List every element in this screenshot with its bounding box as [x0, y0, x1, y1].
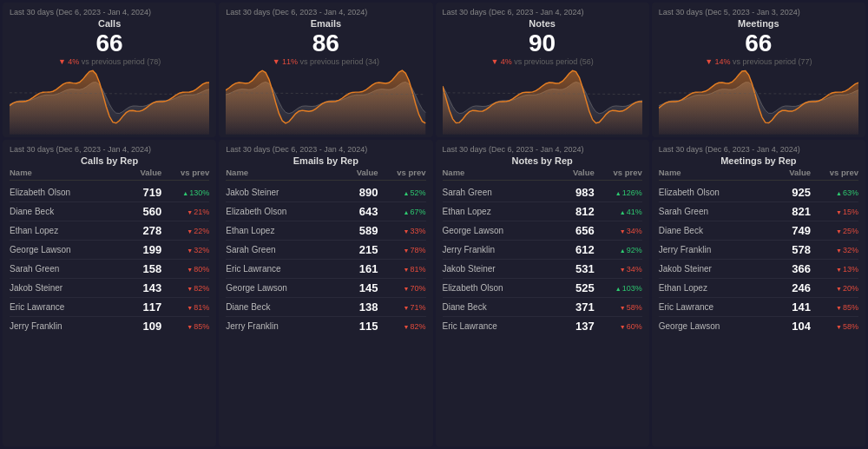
row-value: 525: [542, 281, 595, 294]
row-name: Eric Lawrance: [10, 302, 109, 312]
row-value: 161: [326, 262, 378, 275]
table-row: Jakob Steiner 143 82%: [10, 279, 209, 298]
table-row: George Lawson 199 32%: [10, 241, 209, 260]
row-vs: 34%: [595, 227, 642, 235]
row-name: Eric Lawrance: [226, 264, 326, 274]
row-value: 138: [326, 300, 378, 314]
row-value: 719: [109, 186, 161, 199]
row-value: 821: [759, 205, 811, 218]
table-row: Diane Beck 138 71%: [226, 298, 425, 317]
arrow-down-icon: [187, 208, 193, 216]
row-name: Eric Lawrance: [659, 302, 759, 312]
row-name: Ethan Lopez: [659, 283, 759, 293]
table-title-meetings-by-rep: Meetings by Rep: [659, 155, 858, 166]
row-vs: 60%: [595, 322, 642, 331]
table-row: Ethan Lopez 589 33%: [226, 221, 425, 241]
arrow-down-icon: [187, 303, 193, 312]
table-col-headers: Name Value vs prev: [443, 168, 642, 181]
table-row: Jerry Franklin 115 82%: [226, 317, 425, 335]
row-value: 143: [109, 281, 161, 294]
chart-header-emails: Last 30 days (Dec 6, 2023 - Jan 4, 2024): [226, 8, 425, 17]
col-name: Name: [659, 168, 759, 177]
arrow-down-icon: [187, 265, 193, 274]
row-name: Jakob Steiner: [10, 283, 109, 293]
arrow-up-icon: [615, 188, 621, 197]
table-col-headers: Name Value vs prev: [226, 168, 425, 181]
row-name: George Lawson: [10, 245, 109, 254]
table-row: Sarah Green 983 126%: [443, 183, 642, 202]
row-value: 983: [542, 186, 595, 199]
arrow-down-icon: [187, 227, 193, 235]
chart-card-meetings: Last 30 days (Dec 5, 2023 - Jan 3, 2024)…: [652, 3, 865, 137]
row-value: 560: [109, 205, 161, 218]
table-title-notes-by-rep: Notes by Rep: [443, 155, 642, 166]
table-row: Eric Lawrance 141 85%: [659, 298, 858, 317]
row-name: Jakob Steiner: [443, 264, 542, 274]
arrow-down-icon: [187, 284, 193, 293]
table-row: Eric Lawrance 137 60%: [443, 317, 642, 335]
row-vs: 85%: [161, 322, 209, 331]
row-value: 749: [759, 224, 811, 237]
arrow-down-icon: [836, 208, 842, 216]
table-row: George Lawson 145 70%: [226, 279, 425, 298]
table-row: Elizabeth Olson 643 67%: [226, 202, 425, 221]
row-vs: 78%: [378, 246, 426, 254]
table-row: Diane Beck 371 58%: [443, 298, 642, 317]
table-card-emails-by-rep: Last 30 days (Dec 6, 2023 - Jan 4, 2024)…: [219, 140, 432, 446]
arrow-down-icon: [620, 303, 626, 312]
table-header-emails-by-rep: Last 30 days (Dec 6, 2023 - Jan 4, 2024): [226, 145, 425, 154]
row-name: Sarah Green: [226, 245, 326, 254]
arrow-down-icon: [404, 227, 410, 235]
row-vs: 82%: [378, 322, 426, 331]
table-row: George Lawson 656 34%: [443, 221, 642, 241]
col-name: Name: [10, 168, 109, 177]
arrow-down-icon: [404, 246, 410, 254]
row-value: 612: [542, 243, 595, 256]
row-value: 104: [759, 320, 811, 333]
row-name: Jerry Franklin: [10, 321, 109, 331]
row-value: 145: [326, 281, 378, 294]
arrow-down-icon: [620, 227, 626, 235]
row-name: Sarah Green: [10, 264, 109, 274]
row-vs: 92%: [595, 246, 642, 254]
row-vs: 20%: [811, 284, 858, 293]
chart-title-emails: Emails: [226, 18, 425, 29]
row-name: Jakob Steiner: [226, 188, 326, 197]
table-row: Elizabeth Olson 925 63%: [659, 183, 858, 202]
arrow-up-icon: [836, 188, 842, 197]
metric-value-meetings: 66: [659, 30, 858, 57]
arrow-down-icon: [836, 246, 842, 254]
arrow-down-icon: [404, 322, 410, 331]
row-vs: 25%: [811, 227, 858, 235]
arrow-down-icon: [620, 265, 626, 274]
arrow-down-icon: [404, 284, 410, 293]
chart-area-emails: [226, 68, 425, 137]
arrow-up-icon: [404, 208, 410, 216]
col-vs: vs prev: [161, 168, 209, 177]
row-name: Diane Beck: [226, 302, 326, 312]
row-vs: 52%: [378, 188, 426, 197]
row-value: 531: [542, 262, 595, 275]
table-card-meetings-by-rep: Last 30 days (Dec 6, 2023 - Jan 4, 2024)…: [652, 140, 865, 446]
table-card-notes-by-rep: Last 30 days (Dec 6, 2023 - Jan 4, 2024)…: [436, 140, 649, 446]
row-value: 371: [542, 300, 595, 314]
metric-value-notes: 90: [443, 30, 642, 57]
table-header-calls-by-rep: Last 30 days (Dec 6, 2023 - Jan 4, 2024): [10, 145, 209, 154]
table-row: Elizabeth Olson 719 130%: [10, 183, 209, 202]
row-vs: 63%: [811, 188, 858, 197]
table-row: Ethan Lopez 812 41%: [443, 202, 642, 221]
table-row: Elizabeth Olson 525 103%: [443, 279, 642, 298]
arrow-up-icon: [615, 284, 621, 293]
row-vs: 82%: [161, 284, 209, 293]
row-name: George Lawson: [659, 321, 759, 331]
arrow-down-icon: [404, 303, 410, 312]
table-row: Sarah Green 215 78%: [226, 241, 425, 260]
col-vs: vs prev: [811, 168, 858, 177]
row-value: 109: [109, 320, 161, 333]
metric-value-calls: 66: [10, 30, 209, 57]
col-value: Value: [759, 168, 811, 177]
table-col-headers: Name Value vs prev: [10, 168, 209, 181]
row-vs: 103%: [595, 284, 642, 293]
row-vs: 58%: [811, 322, 858, 331]
table-row: Sarah Green 158 80%: [10, 260, 209, 279]
